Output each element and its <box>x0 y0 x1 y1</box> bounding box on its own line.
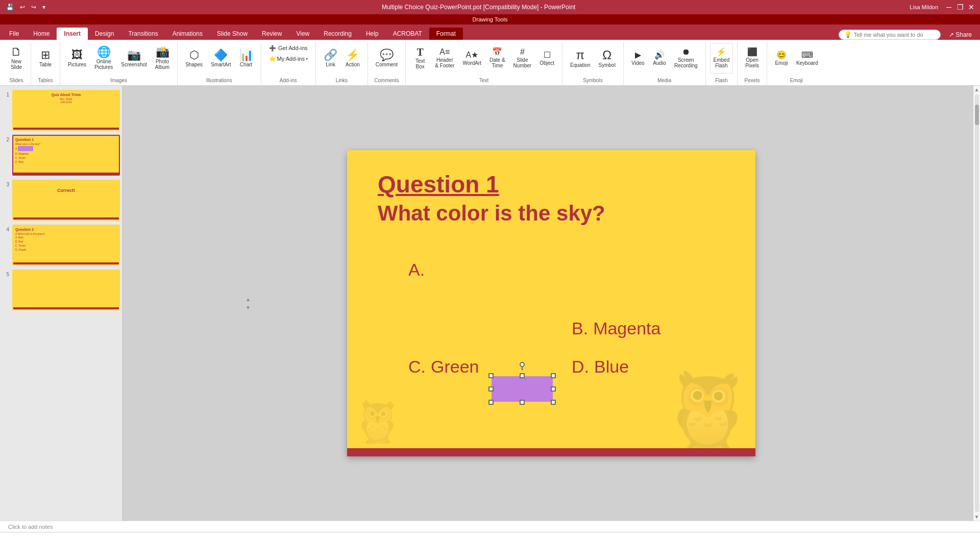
undo-btn[interactable]: ↩ <box>18 3 27 12</box>
restore-btn[interactable]: ❐ <box>955 3 965 12</box>
slide-item-5[interactable]: 5 <box>2 270 120 310</box>
tab-recording[interactable]: Recording <box>316 28 359 40</box>
symbol-icon: Ω <box>602 49 611 61</box>
tab-file[interactable]: File <box>2 28 26 40</box>
get-addins-btn[interactable]: ➕ Get Add-ins <box>265 43 311 53</box>
textbox-btn[interactable]: T TextBox <box>410 43 430 74</box>
normal-view-btn[interactable]: ▤ <box>826 534 837 537</box>
tab-view[interactable]: View <box>289 28 316 40</box>
slide-item-1[interactable]: 1 Quiz About Trivia Mrs. Smith 1/31/2019 <box>2 90 120 131</box>
scrollbar-track <box>975 94 979 512</box>
purple-rect-container[interactable] <box>492 376 553 402</box>
slide-item-3[interactable]: 3 Correct! <box>2 180 120 221</box>
answer-c-container: C. Green <box>408 357 479 377</box>
object-btn[interactable]: ☐ Object <box>536 43 558 74</box>
symbol-btn[interactable]: Ω Symbol <box>595 43 619 74</box>
slideshow-btn[interactable]: ▶ <box>887 534 897 537</box>
my-addins-btn[interactable]: ⭐ My Add-ins ▾ <box>265 54 311 64</box>
title-bar: 💾 ↩ ↪ ▾ Multiple Choice Quiz-PowerPoint.… <box>0 0 980 14</box>
emoji-btn[interactable]: 😊 Emoji <box>771 43 792 74</box>
audio-btn[interactable]: 🔊 Audio <box>649 43 670 74</box>
ribbon-group-pexels: ⬛ OpenPixels Pexels <box>738 42 767 85</box>
ribbon-tabs: File Home Insert Design Transitions Anim… <box>0 25 980 40</box>
comment-btn[interactable]: 💬 Comment <box>372 43 401 74</box>
tab-slideshow[interactable]: Slide Show <box>210 28 255 40</box>
outline-view-btn[interactable]: ☰ <box>841 534 852 537</box>
slide-number-5: 5 <box>2 270 9 277</box>
new-slide-btn[interactable]: 🗋 NewSlide <box>6 43 27 74</box>
date-time-btn[interactable]: 📅 Date &Time <box>486 43 509 74</box>
handle-bot-mid[interactable] <box>520 400 525 405</box>
action-btn[interactable]: ⚡ Action <box>342 43 363 74</box>
tab-acrobat[interactable]: ACROBAT <box>386 28 429 40</box>
handle-mid-right[interactable] <box>551 386 556 392</box>
minimize-btn[interactable]: ─ <box>944 3 953 12</box>
handle-bot-left[interactable] <box>488 400 494 405</box>
ribbon-illustrations-items: ⬡ Shapes 🔷 SmartArt 📊 Chart <box>182 43 256 78</box>
equation-btn[interactable]: π Equation <box>567 43 594 74</box>
slide-sorter-btn[interactable]: ⊞ <box>856 534 866 537</box>
handle-bot-right[interactable] <box>551 400 556 405</box>
embed-flash-btn[interactable]: ⚡ EmbedFlash <box>710 43 733 74</box>
shapes-btn[interactable]: ⬡ Shapes <box>182 43 206 74</box>
tab-help[interactable]: Help <box>359 28 386 40</box>
close-btn[interactable]: ✕ <box>967 3 976 12</box>
handle-top-right[interactable] <box>551 373 556 378</box>
illustrations-group-label: Illustrations <box>206 78 232 84</box>
tell-me-input[interactable] <box>854 32 935 38</box>
smartart-icon: 🔷 <box>214 50 228 61</box>
table-btn[interactable]: ⊞ Table <box>35 43 56 74</box>
tab-format[interactable]: Format <box>429 28 463 40</box>
handle-top-left[interactable] <box>488 373 494 378</box>
header-footer-label: Header& Footer <box>435 57 454 68</box>
answer-a-label: A. <box>408 260 425 280</box>
my-addins-icon: ⭐ <box>269 56 276 62</box>
slide-item-2[interactable]: 2 Question 1 What color is the sky? A. B… <box>2 135 120 176</box>
pictures-btn[interactable]: 🖼 Pictures <box>64 43 90 74</box>
keyboard-btn[interactable]: ⌨ Keyboard <box>793 43 822 74</box>
save-btn[interactable]: 💾 <box>4 3 16 12</box>
tell-me-box[interactable]: 💡 <box>839 30 941 40</box>
video-btn[interactable]: ▶ Video <box>628 43 648 74</box>
wordart-btn[interactable]: A★ WordArt <box>459 43 485 74</box>
link-btn[interactable]: 🔗 Link <box>320 43 341 74</box>
scrollbar-down-btn[interactable]: ▼ <box>973 513 980 521</box>
open-pixels-btn[interactable]: ⬛ OpenPixels <box>742 43 763 74</box>
handle-mid-left[interactable] <box>488 386 494 392</box>
notes-area[interactable]: Click to add notes <box>0 521 980 532</box>
tab-review[interactable]: Review <box>255 28 289 40</box>
photo-album-btn[interactable]: 📸 PhotoAlbum <box>152 43 173 74</box>
scrollbar-up-btn[interactable]: ▲ <box>973 86 980 93</box>
header-footer-btn[interactable]: A≡ Header& Footer <box>431 43 458 74</box>
tab-insert[interactable]: Insert <box>57 28 88 40</box>
screenshot-btn[interactable]: 📷 Screenshot <box>117 43 151 74</box>
slide-thumb-2: Question 1 What color is the sky? A. B. … <box>12 135 120 176</box>
redo-btn[interactable]: ↪ <box>29 3 38 12</box>
tab-animations[interactable]: Animations <box>165 28 210 40</box>
reading-view-btn[interactable]: 📖 <box>870 534 883 537</box>
share-btn[interactable]: ↗ Share <box>949 31 972 38</box>
textbox-label: TextBox <box>415 58 425 69</box>
scroll-up-btn[interactable]: ▲ <box>245 296 251 302</box>
slide-thumb-3: Correct! <box>12 180 120 221</box>
slide4-question-num: Question 2 <box>15 228 117 231</box>
online-pictures-btn[interactable]: 🌐 OnlinePictures <box>91 43 116 74</box>
date-time-label: Date &Time <box>489 57 505 68</box>
screen-recording-btn[interactable]: ⏺ ScreenRecording <box>671 43 701 74</box>
chart-btn[interactable]: 📊 Chart <box>236 43 257 74</box>
slide-thumb-5 <box>12 270 120 310</box>
answer-b-label: B. <box>572 319 588 338</box>
scroll-down-btn[interactable]: ▼ <box>245 304 251 310</box>
tab-transitions[interactable]: Transitions <box>121 28 165 40</box>
ribbon-group-images: 🖼 Pictures 🌐 OnlinePictures 📷 Screenshot… <box>60 42 178 85</box>
scrollbar-thumb[interactable] <box>975 105 979 125</box>
slide-item-4[interactable]: 4 Question 2 A What color is the grass? … <box>2 225 120 265</box>
tab-home[interactable]: Home <box>26 28 57 40</box>
slide-number-btn[interactable]: # SlideNumber <box>510 43 535 74</box>
ribbon-group-slides: 🗋 NewSlide Slides <box>2 42 31 85</box>
customize-btn[interactable]: ▾ <box>40 3 47 12</box>
rotate-handle[interactable] <box>520 362 525 367</box>
tab-design[interactable]: Design <box>88 28 121 40</box>
handle-top-mid[interactable] <box>520 373 525 378</box>
smartart-btn[interactable]: 🔷 SmartArt <box>207 43 234 74</box>
